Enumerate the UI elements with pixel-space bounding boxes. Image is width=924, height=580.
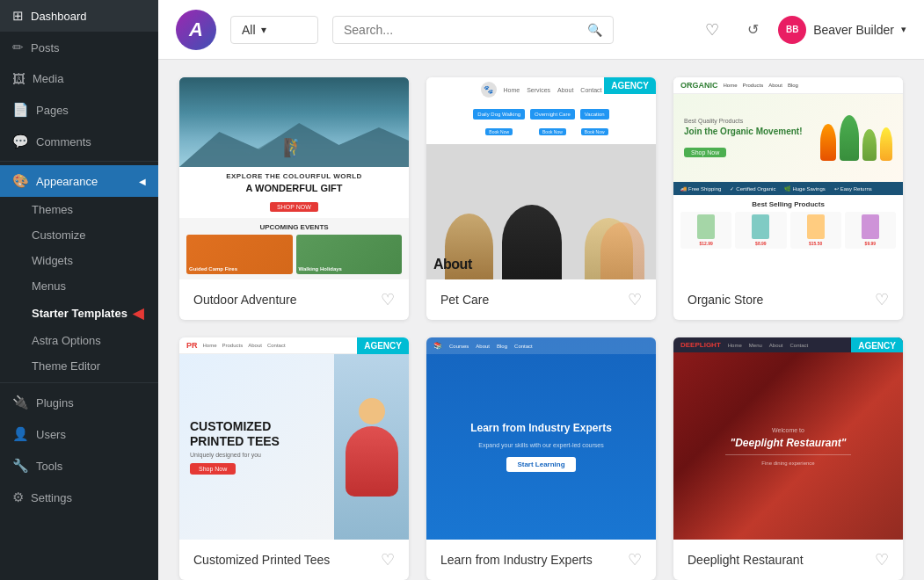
posts-icon: ✏ <box>12 40 24 55</box>
sidebar-item-plugins[interactable]: 🔌 Plugins <box>0 387 158 418</box>
user-chevron-icon: ▾ <box>901 24 906 35</box>
appearance-icon: 🎨 <box>12 173 29 189</box>
refresh-button[interactable]: ↺ <box>738 15 768 45</box>
chevron-down-icon: ▾ <box>261 24 266 36</box>
filter-label: All <box>242 23 256 37</box>
sidebar-item-label: Appearance <box>36 175 98 188</box>
sidebar-subitem-customize[interactable]: Customize <box>0 222 158 248</box>
sidebar-item-tools[interactable]: 🔧 Tools <box>0 450 158 482</box>
sidebar-item-appearance[interactable]: 🎨 Appearance ◀ <box>0 165 158 197</box>
favorite-printed-tees[interactable]: ♡ <box>381 550 395 569</box>
template-preview-outdoor-adventure[interactable]: 🧗 Explore The Colourful World A WONDERFU… <box>179 77 409 279</box>
pc-service-care: Overnight Care Book Now <box>530 109 575 137</box>
sidebar-subitem-menus[interactable]: Menus <box>0 273 158 299</box>
refresh-icon: ↺ <box>747 21 759 38</box>
template-preview-learn[interactable]: 📚 CoursesAboutBlogContact Learn from Ind… <box>426 337 656 540</box>
users-icon: 👤 <box>12 426 29 442</box>
org-bestselling: Best Selling Products $12.99 $8.99 <box>673 195 903 279</box>
favorite-restaurant[interactable]: ♡ <box>875 550 889 569</box>
template-name-outdoor-adventure: Outdoor Adventure <box>193 293 297 307</box>
dog-2 <box>502 205 562 279</box>
org-products-display <box>820 115 892 161</box>
template-preview-organic-store[interactable]: ORGANIC HomeProductsAboutBlog Best Quali… <box>673 77 903 279</box>
pt-person <box>334 354 409 540</box>
sidebar-item-label: Dashboard <box>31 10 87 23</box>
org-tagline: Best Quality Products <box>684 118 813 124</box>
oa-events-title: UPCOMING EVENTS <box>186 223 402 231</box>
sidebar-subitem-astra-options[interactable]: Astra Options <box>0 328 158 353</box>
appearance-arrow-icon: ◀ <box>139 177 146 186</box>
learn-nav: 📚 CoursesAboutBlogContact <box>426 337 656 354</box>
search-icon: 🔍 <box>587 23 602 37</box>
restaurant-hero: Welcome to "Deeplight Restaurant" Fine d… <box>673 352 903 540</box>
template-footer-restaurant: Deeplight Restaurant ♡ <box>673 540 903 580</box>
template-card-restaurant: AGENCY DEEPLIGHT HomeMenuAboutContact We… <box>673 337 903 580</box>
org-features-strip: 🚚 Free Shipping ✓ Certified Organic 🌿 Hu… <box>673 182 903 195</box>
learn-hero: Learn from Industry Experts Expand your … <box>426 354 656 540</box>
template-preview-pet-care[interactable]: AGENCY 🐾 HomeServicesAboutContact <box>426 77 656 279</box>
favorites-button[interactable]: ♡ <box>697 15 727 45</box>
sidebar-item-label: Plugins <box>36 396 74 410</box>
sidebar-item-pages[interactable]: 📄 Pages <box>0 94 158 126</box>
user-menu[interactable]: BB Beaver Builder ▾ <box>778 16 906 44</box>
sidebar-item-settings[interactable]: ⚙ Settings <box>0 482 158 513</box>
template-footer-outdoor-adventure: Outdoor Adventure ♡ <box>179 279 409 320</box>
favorite-outdoor-adventure[interactable]: ♡ <box>381 290 395 309</box>
template-name-pet-care: Pet Care <box>440 293 489 307</box>
filter-dropdown[interactable]: All ▾ <box>230 16 318 44</box>
sidebar-item-comments[interactable]: 💬 Comments <box>0 126 158 157</box>
template-footer-printed-tees: Customized Printed Tees ♡ <box>179 540 409 580</box>
org-cta-btn: Shop Now <box>684 148 726 157</box>
sidebar-item-label: Posts <box>31 41 60 54</box>
sidebar-item-label: Users <box>36 428 66 441</box>
sidebar-item-media[interactable]: 🖼 Media <box>0 63 158 94</box>
user-avatar: BB <box>778 16 806 44</box>
sidebar-divider <box>0 161 158 162</box>
template-card-organic-store: ORGANIC HomeProductsAboutBlog Best Quali… <box>673 77 903 320</box>
pc-service-vacation: Vacation Book Now <box>580 109 609 137</box>
astra-logo: A <box>176 10 216 50</box>
agency-badge-printed-tees: AGENCY <box>357 337 409 354</box>
template-footer-pet-care: Pet Care ♡ <box>426 279 656 320</box>
heart-icon: ♡ <box>705 20 719 40</box>
template-name-restaurant: Deeplight Restaurant <box>688 553 804 567</box>
templates-content: 🧗 Explore The Colourful World A WONDERFU… <box>158 60 924 580</box>
topbar: A All ▾ 🔍 ♡ ↺ BB Beaver Builder ▾ <box>158 0 924 60</box>
media-icon: 🖼 <box>12 71 25 86</box>
templates-grid: 🧗 Explore The Colourful World A WONDERFU… <box>179 77 903 580</box>
sidebar: ⊞ Dashboard ✏ Posts 🖼 Media 📄 Pages 💬 Co… <box>0 0 158 580</box>
template-footer-organic-store: Organic Store ♡ <box>673 279 903 320</box>
sidebar-item-dashboard[interactable]: ⊞ Dashboard <box>0 0 158 32</box>
user-name: Beaver Builder <box>813 23 894 37</box>
sidebar-divider-2 <box>0 382 158 383</box>
search-input[interactable] <box>344 23 580 37</box>
sidebar-subitem-starter-templates[interactable]: Starter Templates ◀ <box>0 299 158 328</box>
avatar-initials: BB <box>786 25 798 34</box>
sidebar-item-label: Settings <box>31 491 72 504</box>
topbar-actions: ♡ ↺ BB Beaver Builder ▾ <box>697 15 906 45</box>
dashboard-icon: ⊞ <box>12 8 24 24</box>
agency-badge-pet-care: AGENCY <box>604 77 656 94</box>
template-card-pet-care: AGENCY 🐾 HomeServicesAboutContact <box>426 77 656 320</box>
template-name-printed-tees: Customized Printed Tees <box>193 553 330 567</box>
org-hero-title: Join the Organic Movement! <box>684 126 813 137</box>
sidebar-item-users[interactable]: 👤 Users <box>0 418 158 450</box>
favorite-organic-store[interactable]: ♡ <box>875 290 889 309</box>
sidebar-subitem-widgets[interactable]: Widgets <box>0 248 158 273</box>
pc-nav: HomeServicesAboutContact <box>504 87 602 93</box>
starter-templates-arrow-icon: ◀ <box>133 305 143 322</box>
plugins-icon: 🔌 <box>12 395 29 410</box>
template-card-outdoor-adventure: 🧗 Explore The Colourful World A WONDERFU… <box>179 77 409 320</box>
sidebar-subitem-themes[interactable]: Themes <box>0 197 158 222</box>
template-footer-learn: Learn from Industry Experts ♡ <box>426 540 656 580</box>
starter-templates-label: Starter Templates <box>32 307 127 320</box>
comments-icon: 💬 <box>12 134 29 149</box>
favorite-learn[interactable]: ♡ <box>628 550 642 569</box>
template-preview-restaurant[interactable]: AGENCY DEEPLIGHT HomeMenuAboutContact We… <box>673 337 903 540</box>
template-preview-printed-tees[interactable]: AGENCY PR HomeProductsAboutContact Buy N… <box>179 337 409 540</box>
sidebar-item-posts[interactable]: ✏ Posts <box>0 32 158 63</box>
template-name-organic-store: Organic Store <box>688 293 763 307</box>
appearance-submenu: Themes Customize Widgets Menus Starter T… <box>0 197 158 379</box>
favorite-pet-care[interactable]: ♡ <box>628 290 642 309</box>
sidebar-subitem-theme-editor[interactable]: Theme Editor <box>0 353 158 379</box>
